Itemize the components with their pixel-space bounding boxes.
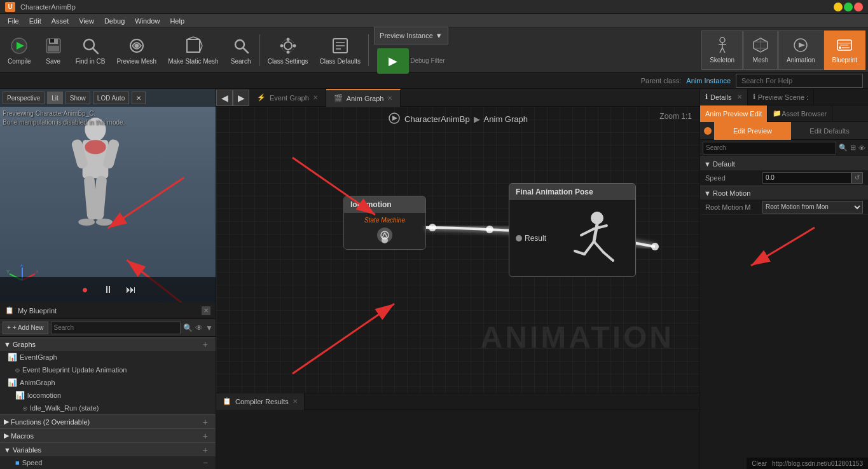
- add-new-label: + Add New: [13, 324, 44, 331]
- viewport-toolbar: Perspective Lit Show LOD Auto ✕: [0, 89, 216, 107]
- preview-instance-dropdown[interactable]: Preview Instance ▼: [374, 27, 448, 44]
- graphs-section-header[interactable]: ▼ Graphs +: [0, 337, 216, 351]
- viewport-x-button[interactable]: ✕: [132, 92, 146, 104]
- right-eye-button[interactable]: 👁: [858, 144, 865, 152]
- event-graph-tab[interactable]: ⚡ Event Graph ✕: [249, 89, 326, 107]
- svg-rect-10: [187, 39, 200, 52]
- variables-add-button[interactable]: +: [199, 443, 212, 457]
- lod-auto-button[interactable]: LOD Auto: [93, 92, 129, 104]
- graph-area[interactable]: CharacterAnimBp ▶ Anim Graph Zoom 1:1 lo…: [216, 107, 699, 393]
- speed-var-minus-button[interactable]: −: [203, 458, 208, 468]
- event-graph-tab-label: Event Graph: [270, 94, 309, 102]
- menu-window[interactable]: Window: [130, 16, 165, 26]
- event-graph-item[interactable]: 📊 EventGraph: [0, 351, 216, 364]
- compile-button[interactable]: Compile: [3, 31, 36, 70]
- save-button[interactable]: Save: [38, 31, 69, 70]
- right-grid-button[interactable]: ⊞: [850, 144, 856, 152]
- details-tab[interactable]: ℹ Details ✕: [700, 89, 748, 105]
- play-button[interactable]: ▶: [377, 48, 409, 74]
- event-bp-dot-icon: ◎: [15, 367, 20, 373]
- menu-debug[interactable]: Debug: [99, 16, 130, 26]
- locomotion-item[interactable]: 📊 locomotion: [0, 389, 216, 402]
- blueprint-eye-button[interactable]: 👁: [195, 323, 203, 332]
- blueprint-settings-button[interactable]: ▼: [205, 323, 213, 332]
- pause-button[interactable]: ⏸: [99, 281, 117, 299]
- menu-view[interactable]: View: [74, 16, 99, 26]
- help-search-input[interactable]: [736, 74, 863, 88]
- anim-graph-tab-label: Anim Graph: [347, 95, 384, 102]
- asset-browser-tab[interactable]: 📁 Asset Browser: [768, 105, 832, 122]
- blueprint-search-button[interactable]: 🔍: [183, 323, 193, 332]
- svg-point-19: [286, 37, 289, 41]
- locomotion-label: locomotion: [27, 391, 61, 399]
- svg-marker-61: [392, 116, 397, 121]
- close-button[interactable]: [854, 3, 863, 11]
- class-settings-button[interactable]: Class Settings: [263, 31, 313, 70]
- menu-file[interactable]: File: [3, 16, 24, 26]
- variables-section-header[interactable]: ▼ Variables +: [0, 442, 216, 456]
- next-frame-button[interactable]: ⏭: [122, 281, 140, 299]
- svg-line-16: [243, 48, 248, 53]
- add-new-plus-icon: +: [7, 324, 11, 331]
- speed-prop-reset-button[interactable]: ↺: [851, 172, 863, 184]
- compiler-tab-close[interactable]: ✕: [293, 398, 298, 405]
- details-tab-close[interactable]: ✕: [737, 93, 742, 100]
- svg-line-81: [293, 304, 394, 374]
- idle-walk-run-item[interactable]: ◎ Idle_Walk_Run (state): [0, 402, 216, 414]
- right-search-input[interactable]: [703, 142, 836, 154]
- right-search-button[interactable]: 🔍: [839, 144, 848, 152]
- root-motion-select[interactable]: Root Motion from Mon No Root Motion Igno…: [762, 201, 863, 214]
- add-new-button[interactable]: + + Add New: [3, 322, 48, 334]
- graphs-add-button[interactable]: +: [199, 337, 212, 351]
- skeleton-mode-button[interactable]: Skeleton: [701, 31, 743, 70]
- lit-button[interactable]: Lit: [47, 92, 63, 104]
- record-button[interactable]: ●: [76, 281, 94, 299]
- anim-tabs: Anim Preview Edit 📁 Asset Browser: [700, 105, 868, 122]
- forward-arrow-button[interactable]: ▶: [233, 90, 249, 106]
- compiler-results-tab[interactable]: 📋 Compiler Results ✕: [216, 393, 305, 410]
- animation-mode-button[interactable]: Animation: [778, 31, 823, 70]
- final-animation-pose-node[interactable]: Final Animation Pose Result: [509, 183, 636, 277]
- edit-defaults-label: Edit Defaults: [809, 127, 849, 135]
- mesh-mode-button[interactable]: Mesh: [743, 31, 778, 70]
- make-static-mesh-button[interactable]: Make Static Mesh: [163, 31, 223, 70]
- show-button[interactable]: Show: [65, 92, 90, 104]
- class-defaults-button[interactable]: Class Defaults: [315, 31, 366, 70]
- functions-section-header[interactable]: ▶ Functions (2 Overridable) +: [0, 414, 216, 428]
- maximize-button[interactable]: [844, 3, 853, 11]
- blueprint-toolbar: + + Add New 🔍 👁 ▼: [0, 319, 216, 337]
- menu-help[interactable]: Help: [165, 16, 189, 26]
- menu-edit[interactable]: Edit: [24, 16, 46, 26]
- root-motion-section-header[interactable]: ▼ Root Motion: [700, 186, 868, 200]
- minimize-button[interactable]: [834, 3, 843, 11]
- edit-preview-option[interactable]: Edit Preview: [714, 122, 791, 140]
- back-arrow-button[interactable]: ◀: [216, 90, 233, 106]
- svg-line-77: [594, 241, 603, 252]
- blueprint-panel-close[interactable]: ✕: [202, 306, 210, 315]
- anim-graph-item[interactable]: 📊 AnimGraph: [0, 376, 216, 389]
- event-graph-tab-close[interactable]: ✕: [313, 94, 318, 101]
- functions-add-button[interactable]: +: [199, 415, 212, 429]
- menu-asset[interactable]: Asset: [46, 16, 74, 26]
- final-pose-preview: [559, 203, 629, 273]
- blueprint-search-input[interactable]: [51, 322, 181, 334]
- blueprint-mode-button[interactable]: Blueprint: [824, 31, 865, 70]
- preview-scene-tab[interactable]: ℹ Preview Scene :: [748, 89, 814, 105]
- event-bp-update-item[interactable]: ◎ Event Blueprint Update Animation: [0, 364, 216, 376]
- speed-variable-item[interactable]: ■ Speed −: [0, 456, 216, 469]
- anim-preview-edit-tab[interactable]: Anim Preview Edit: [700, 105, 768, 122]
- edit-defaults-option[interactable]: Edit Defaults: [791, 122, 868, 140]
- anim-graph-tab-close[interactable]: ✕: [387, 95, 392, 102]
- toolbar-divider-2: [368, 34, 369, 66]
- macros-section-header[interactable]: ▶ Macros +: [0, 428, 216, 442]
- perspective-button[interactable]: Perspective: [3, 92, 45, 104]
- speed-prop-input[interactable]: [762, 172, 851, 184]
- anim-graph-tab[interactable]: 🎬 Anim Graph ✕: [326, 89, 401, 107]
- find-in-cb-button[interactable]: Find in CB: [71, 31, 111, 70]
- default-section-header[interactable]: ▼ Default: [700, 156, 868, 170]
- right-panel-red-arrow: [700, 215, 868, 342]
- macros-add-button[interactable]: +: [199, 429, 212, 443]
- locomotion-node[interactable]: locomotion State Machine: [343, 196, 426, 250]
- preview-mesh-button[interactable]: Preview Mesh: [111, 31, 162, 70]
- search-button[interactable]: Search: [225, 31, 257, 70]
